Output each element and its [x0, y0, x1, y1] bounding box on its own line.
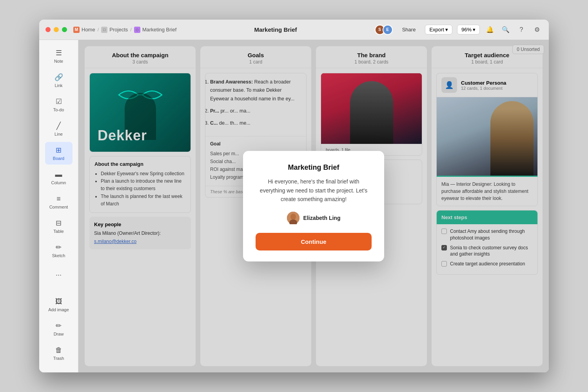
table-icon: ⊟ [56, 219, 62, 227]
zoom-label: 96% [461, 27, 472, 33]
brief-icon: ◇ [134, 27, 140, 33]
breadcrumb: M Home / □ Projects / ◇ Marketing Brief [73, 27, 176, 33]
sidebar-bottom: 🖼 Add image ✏ Draw 🗑 Trash [45, 293, 73, 368]
breadcrumb-home[interactable]: M Home [73, 27, 95, 33]
link-icon: 🔗 [54, 73, 63, 82]
sidebar-label-table: Table [53, 229, 64, 234]
todo-icon: ☑ [56, 97, 62, 106]
sidebar-item-more[interactable]: ··· [45, 263, 73, 286]
sidebar-label-line: Line [54, 132, 63, 136]
sidebar-item-line[interactable]: ╱ Line [45, 118, 73, 140]
sidebar-item-draw[interactable]: ✏ Draw [45, 318, 73, 340]
search-icon[interactable]: 🔍 [500, 24, 511, 35]
traffic-lights [45, 27, 67, 32]
breadcrumb-brief[interactable]: ◇ Marketing Brief [134, 27, 176, 33]
column-icon: ▬ [55, 171, 62, 179]
sidebar-label-add-image: Add image [48, 307, 69, 312]
export-chevron-icon: ▾ [445, 27, 448, 33]
svg-point-2 [290, 214, 296, 220]
avatar-group: S E [375, 25, 393, 35]
modal: Marketing Brief Hi everyone, here's the … [243, 151, 384, 261]
settings-icon[interactable]: ⚙ [532, 24, 543, 35]
board-icon: ⊞ [56, 146, 62, 154]
sidebar: ☰ Note 🔗 Link ☑ To-do ╱ Line ⊞ Board ▬ C… [39, 40, 78, 372]
draw-icon: ✏ [56, 321, 62, 330]
breadcrumb-projects[interactable]: □ Projects [101, 27, 128, 33]
board-content: 0 Unsorted About the campaign 3 cards [78, 40, 549, 372]
sidebar-label-draw: Draw [54, 332, 64, 336]
sidebar-item-trash[interactable]: 🗑 Trash [45, 342, 73, 365]
sidebar-label-comment: Comment [49, 205, 68, 209]
minimize-button[interactable] [54, 27, 59, 32]
close-button[interactable] [45, 27, 51, 32]
sidebar-label-board: Board [53, 156, 64, 161]
export-label: Export [429, 27, 444, 33]
sidebar-item-link[interactable]: 🔗 Link [45, 69, 73, 92]
sidebar-item-note[interactable]: ☰ Note [45, 45, 73, 67]
projects-icon: □ [101, 27, 107, 33]
sidebar-item-add-image[interactable]: 🖼 Add image [45, 293, 73, 316]
breadcrumb-home-label: Home [82, 27, 95, 33]
titlebar-actions: S E Share Export ▾ 96% ▾ 🔔 🔍 ? ⚙ [375, 24, 543, 35]
sketch-icon: ✏ [56, 243, 62, 252]
more-icon: ··· [56, 271, 62, 279]
modal-avatar [287, 212, 299, 224]
breadcrumb-brief-label: Marketing Brief [142, 27, 176, 33]
app-window: M Home / □ Projects / ◇ Marketing Brief … [39, 20, 549, 372]
avatar-2: E [383, 25, 393, 35]
zoom-button[interactable]: 96% ▾ [457, 25, 480, 34]
home-icon: M [73, 27, 80, 33]
page-title: Marketing Brief [176, 26, 374, 33]
line-icon: ╱ [56, 122, 61, 130]
sidebar-label-column: Column [51, 180, 66, 185]
sidebar-item-comment[interactable]: ≡ Comment [45, 191, 73, 213]
titlebar: M Home / □ Projects / ◇ Marketing Brief … [39, 20, 549, 40]
trash-icon: 🗑 [55, 346, 62, 354]
sidebar-label-trash: Trash [53, 356, 64, 361]
sidebar-label-todo: To-do [53, 107, 64, 112]
sidebar-label-link: Link [54, 83, 62, 88]
modal-title: Marketing Brief [256, 163, 372, 172]
modal-overlay: Marketing Brief Hi everyone, here's the … [78, 40, 549, 372]
author-avatar-img [287, 212, 299, 224]
sidebar-label-sketch: Sketch [52, 253, 65, 258]
main-content: ☰ Note 🔗 Link ☑ To-do ╱ Line ⊞ Board ▬ C… [39, 40, 549, 372]
sidebar-item-column[interactable]: ▬ Column [45, 166, 73, 189]
maximize-button[interactable] [62, 27, 67, 32]
export-button[interactable]: Export ▾ [425, 25, 452, 34]
sidebar-item-board[interactable]: ⊞ Board [45, 142, 73, 165]
share-button[interactable]: Share [397, 25, 421, 34]
modal-author: Elizabeth Ling [256, 212, 372, 224]
sidebar-label-note: Note [54, 59, 63, 64]
notifications-icon[interactable]: 🔔 [485, 24, 495, 35]
modal-body: Hi everyone, here's the final brief with… [256, 177, 372, 203]
sidebar-item-sketch[interactable]: ✏ Sketch [45, 239, 73, 262]
help-icon[interactable]: ? [516, 24, 527, 35]
note-icon: ☰ [56, 49, 62, 57]
modal-author-name: Elizabeth Ling [303, 215, 341, 221]
add-image-icon: 🖼 [55, 298, 62, 306]
comment-icon: ≡ [56, 195, 61, 203]
sidebar-item-todo[interactable]: ☑ To-do [45, 93, 73, 116]
zoom-chevron-icon: ▾ [473, 27, 475, 33]
modal-continue-button[interactable]: Continue [256, 233, 372, 250]
sidebar-item-table[interactable]: ⊟ Table [45, 215, 73, 238]
breadcrumb-projects-label: Projects [109, 27, 128, 33]
